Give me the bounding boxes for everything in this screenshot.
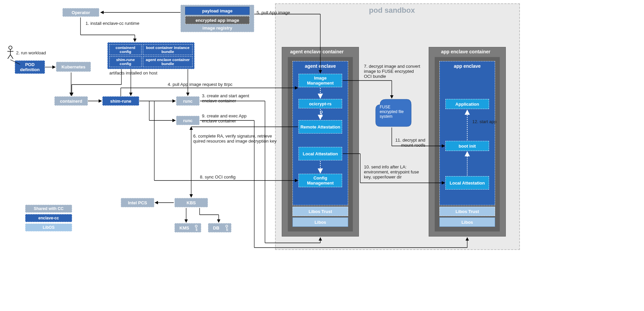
ocicrypt-rs-box: ocicrypt-rs [299,99,342,108]
edge3-label: 3. create and start agent enclave contai… [202,93,256,103]
payload-image-box: payload image [185,7,250,15]
agent-enclave-container-title: agent enclave container [290,49,344,54]
svg-line-3 [8,55,10,59]
runc1-box: runc [176,96,200,106]
kubernetes-box: Kubernetes [56,62,91,72]
kbs-box: KBS [174,198,208,207]
shim-rune-box: shim-rune [102,96,139,106]
agent-enclave-bundle-box: agent enclave container bundle [143,56,193,67]
person-icon [6,45,15,59]
edge10-label: 10. send info after LA: environment, ent… [364,164,424,179]
kms-box: KMS [174,223,201,232]
edge7-label: 7. decrypt image and convert image to FU… [364,64,421,79]
pod-definition-box: POD definition [15,60,45,74]
containerd-box: containerd [54,96,88,106]
pod-sandbox-title: pod sandbox [369,6,415,15]
edge11-label: 11. decrypt and mount rootfs [392,138,425,148]
edge6-label: 6. complete RA, verify signature, retrie… [193,134,280,144]
db-box: DB [208,223,231,232]
agent-enclave-title: agent enclave [305,63,336,69]
app-enclave-title: app enclave [454,63,481,69]
svg-line-4 [10,55,13,59]
encrypted-app-image-box: encrypted app image [185,16,250,24]
edge12-label: 12. start app [472,119,496,124]
local-attestation-box: Local Attestation [299,147,342,160]
edge4-label: 4. pull App image request by ttrpc [168,82,232,87]
local-attestation-b-box: Local Attestation [445,176,489,190]
libos-trust-a-box: Libos Trust [292,207,348,216]
app-enclave-container-title: app enclave container [441,49,490,54]
edge2-label: 2. run workload [16,50,46,55]
edge9-label: 9. create and exec App enclave container [202,113,256,123]
libos-trust-b-box: Libos Trust [439,207,495,216]
edge1-label: 1. install enclave-cc runtime [86,21,139,26]
application-box: Application [445,99,489,109]
remote-attestation-box: Remote Attestation [299,120,342,134]
boot-init-box: boot init [445,141,489,151]
fuse-fs-label: FUSE encrypted file system [380,105,407,119]
edge5-label: 5. pull App image [257,10,290,15]
svg-point-0 [9,46,12,49]
shim-rune-config-box: shim-rune config [109,56,142,67]
legend-libos: LibOS [25,223,72,231]
artifacts-label: artifacts installed on host [109,70,157,75]
boot-container-bundle-box: boot container instance bundle [143,44,193,55]
image-management-box: Image Management [299,74,342,87]
libos-b-box: Libos [439,217,495,227]
libos-a-box: Libos [292,217,348,227]
operator-box: Operator [62,8,99,17]
config-management-box: Config Management [299,174,342,187]
legend-enclave-cc: enclave-cc [25,214,72,222]
legend-shared: Shared with CC [25,205,72,213]
edge8-label: 8. sync OCI config [200,174,235,179]
containerd-config-box: containerd config [109,44,142,55]
intel-pcs-box: Intel PCS [121,198,154,207]
runc2-box: runc [176,116,200,125]
